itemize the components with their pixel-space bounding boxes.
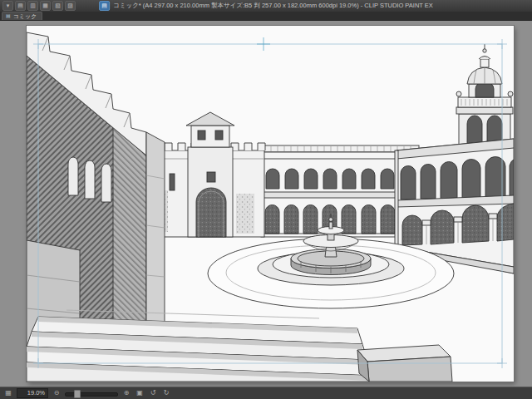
spread-view-icon[interactable]: ▥ [27,1,38,11]
titlebar: ▾ ▤ ▥ ▦ ▧ ▨ ▤ コミック* (A4 297.00 x 210.00m… [0,0,532,12]
page-manager-icon[interactable]: ▤ [15,1,26,11]
zoom-out-icon[interactable]: ⊖ [52,389,62,397]
zoom-slider-thumb[interactable] [74,390,81,398]
document-icon: ▤ [6,12,11,20]
zoom-slider-track[interactable] [65,392,118,397]
tab-comic[interactable]: ▤ コミック [2,12,42,20]
zoom-value: 19.0% [17,388,48,398]
rotate-right-icon[interactable]: ↻ [161,389,171,397]
window-title: コミック* (A4 297.00 x 210.00mm 製本サイズ:B5 判 2… [113,2,433,10]
left-building [27,32,165,352]
rotate-left-icon[interactable]: ↺ [148,389,158,397]
foreground-steps [27,310,377,382]
canvas-area[interactable] [0,21,532,387]
canvas-page[interactable] [27,26,514,382]
zoom-slider[interactable] [65,389,118,397]
layout-icon[interactable]: ▨ [65,1,76,11]
grid-icon[interactable]: ▦ [40,1,51,11]
menu-icon[interactable]: ▾ [2,1,13,11]
document-tabbar: ▤ コミック [0,12,532,21]
tab-label: コミック [13,12,37,20]
canvas-artwork [27,26,514,382]
clip-studio-window: ▾ ▤ ▥ ▦ ▧ ▨ ▤ コミック* (A4 297.00 x 210.00m… [0,0,532,399]
bell-tower [456,44,513,147]
fit-screen-icon[interactable]: ▣ [135,389,145,397]
navigator-icon[interactable]: ▦ [3,389,13,397]
zoom-in-icon[interactable]: ⊕ [121,389,131,397]
statusbar: ▦ 19.0% ⊖ ⊕ ▣ ↺ ↻ [0,387,532,399]
story-editor-icon[interactable]: ▧ [52,1,63,11]
active-document-icon[interactable]: ▤ [99,1,110,11]
title-group: ▤ コミック* (A4 297.00 x 210.00mm 製本サイズ:B5 判… [99,0,433,12]
